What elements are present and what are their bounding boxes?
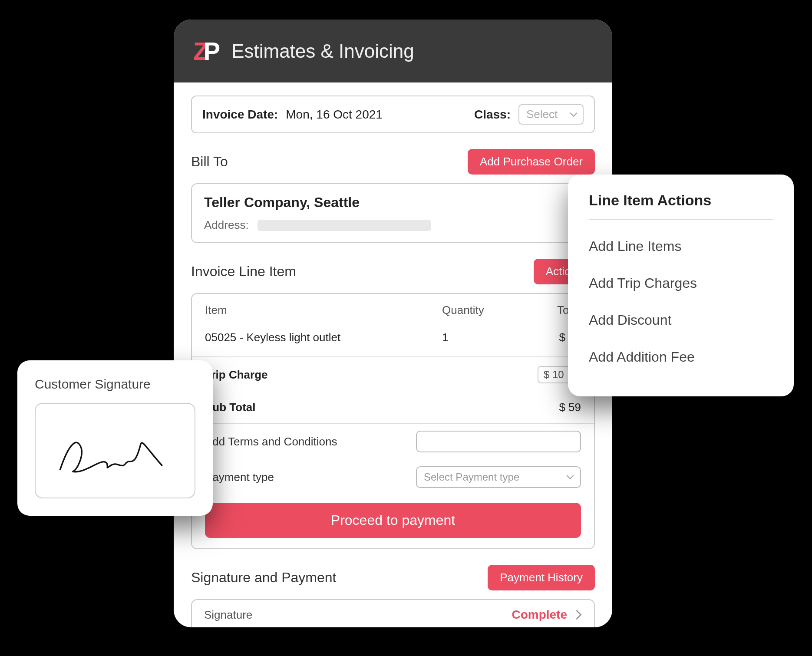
class-select-placeholder: Select: [526, 108, 558, 121]
logo-letter-p: P: [203, 37, 218, 65]
app-header: ZP Estimates & Invoicing: [174, 20, 612, 82]
invoice-class-group: Class: Select: [474, 104, 584, 125]
proceed-to-payment-button[interactable]: Proceed to payment: [205, 503, 581, 538]
line-item-qty: 1: [442, 331, 520, 344]
add-trip-charges-option[interactable]: Add Trip Charges: [589, 265, 773, 302]
invoice-date-group: Invoice Date: Mon, 16 Oct 2021: [202, 108, 383, 122]
line-item-card: Item Quantity Total 05025 - Keyless ligh…: [191, 293, 595, 549]
add-addition-fee-option[interactable]: Add Addition Fee: [589, 339, 773, 376]
page-title: Estimates & Invoicing: [231, 40, 414, 62]
customer-name: Teller Company, Seattle: [204, 194, 582, 211]
trip-charge-value: $ 10: [544, 369, 564, 380]
col-qty-header: Quantity: [442, 303, 520, 317]
bill-to-card: Teller Company, Seattle Address:: [191, 183, 595, 243]
invoice-date-value: Mon, 16 Oct 2021: [286, 108, 383, 122]
chevron-down-icon: [566, 475, 574, 480]
bill-to-header-row: Bill To Add Purchase Order: [191, 149, 595, 175]
signature-status-value: Complete: [512, 608, 567, 622]
signature-payment-card: Signature Complete Payment Pending: [191, 599, 595, 627]
sub-total-row: Sub Total $ 59: [192, 392, 594, 424]
payment-type-select[interactable]: Select Payment type: [416, 466, 581, 488]
invoice-info-bar: Invoice Date: Mon, 16 Oct 2021 Class: Se…: [191, 96, 595, 133]
terms-input[interactable]: [416, 431, 581, 452]
address-row: Address:: [204, 218, 582, 232]
line-item-row: 05025 - Keyless light outlet 1 $ 49: [192, 326, 594, 357]
line-item-header-row: Invoice Line Item Actions: [191, 259, 595, 284]
chevron-right-icon: [576, 610, 582, 620]
customer-signature-popover: Customer Signature: [17, 360, 213, 516]
address-placeholder-bar: [257, 220, 431, 231]
popover-actions-title: Line Item Actions: [589, 192, 773, 220]
bill-to-title: Bill To: [191, 154, 228, 170]
app-logo: ZP: [193, 36, 218, 66]
line-item-table-header: Item Quantity Total: [192, 294, 594, 326]
line-item-actions-popover: Line Item Actions Add Line Items Add Tri…: [568, 175, 794, 396]
signature-status-row[interactable]: Signature Complete: [192, 600, 594, 627]
chevron-down-icon: [570, 112, 578, 117]
add-line-items-option[interactable]: Add Line Items: [589, 228, 773, 265]
invoice-date-label: Invoice Date:: [202, 108, 278, 122]
terms-row: Add Terms and Conditions: [192, 424, 594, 459]
add-discount-option[interactable]: Add Discount: [589, 302, 773, 339]
signature-row-label: Signature: [204, 608, 252, 622]
signature-box[interactable]: [35, 403, 195, 498]
class-select[interactable]: Select: [518, 104, 584, 125]
terms-label: Add Terms and Conditions: [205, 435, 337, 448]
payment-type-label: Payment type: [205, 471, 274, 484]
payment-type-placeholder: Select Payment type: [424, 471, 519, 483]
signature-payment-header-row: Signature and Payment Payment History: [191, 565, 595, 590]
line-item-title: Invoice Line Item: [191, 264, 296, 280]
content-area: Invoice Date: Mon, 16 Oct 2021 Class: Se…: [174, 82, 612, 627]
class-label: Class:: [474, 108, 511, 122]
signature-payment-title: Signature and Payment: [191, 570, 336, 586]
line-item-name: 05025 - Keyless light outlet: [205, 331, 442, 344]
payment-type-row: Payment type Select Payment type: [192, 459, 594, 495]
signature-popover-title: Customer Signature: [35, 377, 195, 392]
trip-charge-row: Trip Charge $ 10: [192, 357, 594, 392]
add-purchase-order-button[interactable]: Add Purchase Order: [468, 149, 595, 175]
sub-total-value: $ 59: [559, 401, 581, 414]
invoice-app-window: ZP Estimates & Invoicing Invoice Date: M…: [174, 20, 612, 627]
col-item-header: Item: [205, 303, 442, 317]
address-label: Address:: [204, 218, 249, 232]
trip-charge-label: Trip Charge: [205, 368, 267, 382]
signature-drawing: [52, 418, 179, 483]
payment-history-button[interactable]: Payment History: [488, 565, 595, 590]
